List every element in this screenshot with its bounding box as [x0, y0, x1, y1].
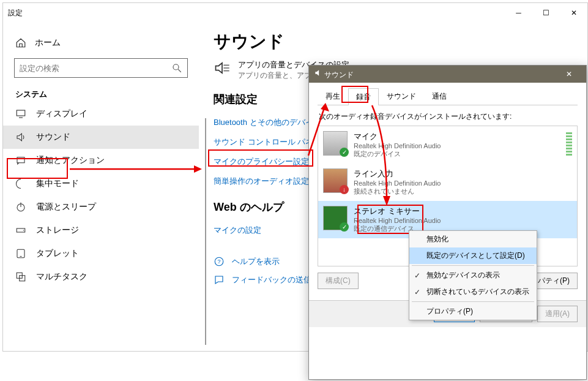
check-badge-icon: ✓ [340, 222, 349, 232]
focus-icon [15, 178, 26, 189]
context-menu: 無効化 既定のデバイスとして設定(D) ✓無効なデバイスの表示 ✓切断されている… [409, 230, 537, 320]
check-icon: ✓ [414, 288, 420, 296]
sidebar-label: 電源とスリープ [36, 202, 96, 213]
sidebar-item-sound[interactable]: サウンド [3, 126, 199, 149]
feedback-label: フィードバックの送信 [232, 274, 311, 285]
tab-communications[interactable]: 通信 [424, 88, 455, 105]
level-meter [566, 132, 572, 157]
sidebar-item-display[interactable]: ディスプレイ [3, 102, 199, 126]
annotation-arrow [366, 103, 403, 207]
svg-marker-22 [383, 196, 390, 206]
sound-dialog: サウンド ✕ 再生 録音 サウンド 通信 次のオーディオ録音デバイスがインストー… [308, 65, 587, 380]
ctx-show-disconnected[interactable]: ✓切断されているデバイスの表示 [409, 284, 537, 300]
down-badge-icon: ↓ [340, 185, 349, 194]
home-button[interactable]: ホーム [3, 32, 199, 53]
sound-dialog-title: サウンド [324, 70, 354, 79]
home-label: ホーム [35, 37, 61, 48]
sidebar-label: ディスプレイ [36, 108, 87, 119]
close-button[interactable]: ✕ [560, 3, 587, 23]
ctx-separator [412, 265, 534, 266]
search-box[interactable] [14, 58, 188, 78]
svg-line-20 [308, 108, 324, 156]
sound-dialog-close-button[interactable]: ✕ [557, 70, 581, 78]
help-icon: ? [214, 256, 225, 267]
maximize-button[interactable]: ☐ [532, 3, 560, 23]
home-icon [15, 37, 26, 48]
help-label: ヘルプを表示 [232, 256, 280, 267]
window-controls: ─ ☐ ✕ [505, 3, 587, 23]
sidebar-label: サウンド [36, 132, 70, 143]
device-name: ステレオ ミキサー [354, 206, 441, 217]
ctx-show-disabled[interactable]: ✓無効なデバイスの表示 [409, 267, 537, 284]
svg-marker-21 [321, 103, 329, 111]
settings-titlebar: 設定 ─ ☐ ✕ [3, 3, 587, 23]
device-driver: Realtek High Definition Audio [354, 217, 441, 224]
device-item-linein[interactable]: ↓ ライン入力 Realtek High Definition Audio 接続… [318, 164, 577, 201]
sidebar-item-tablet[interactable]: タブレット [3, 242, 199, 265]
display-icon [15, 108, 26, 119]
svg-text:?: ? [217, 258, 220, 265]
sidebar-label: タブレット [36, 248, 79, 259]
svg-marker-19 [194, 165, 202, 173]
ctx-separator [412, 301, 534, 302]
svg-point-0 [173, 64, 179, 70]
sidebar-label: マルチタスク [36, 271, 87, 282]
annotation-arrow [69, 163, 203, 175]
check-icon: ✓ [414, 271, 420, 280]
svg-rect-2 [17, 110, 25, 116]
sidebar-group-label: システム [3, 83, 199, 102]
sidebar-item-focus[interactable]: 集中モード [3, 172, 199, 195]
ctx-set-default[interactable]: 既定のデバイスとして設定(D) [409, 247, 537, 264]
ctx-properties[interactable]: プロパティ(P) [409, 303, 537, 320]
notification-icon [15, 155, 26, 166]
svg-line-1 [178, 69, 181, 72]
content-divider [205, 118, 206, 345]
tab-sound[interactable]: サウンド [379, 88, 424, 105]
sidebar-item-storage[interactable]: ストレージ [3, 219, 199, 242]
settings-title: 設定 [8, 8, 23, 18]
page-heading: サウンド [214, 30, 573, 53]
sound-icon [15, 132, 26, 143]
speaker-icon [314, 69, 322, 77]
sidebar-label: ストレージ [36, 225, 79, 236]
sidebar-item-multitask[interactable]: マルチタスク [3, 265, 199, 289]
sidebar: ホーム システム ディスプレイ サウンド 通知とアクション 集中モード [3, 23, 199, 351]
feedback-icon [214, 274, 225, 285]
multitask-icon [15, 271, 26, 282]
storage-icon [15, 225, 26, 236]
volume-mixer-icon [214, 59, 231, 77]
minimize-button[interactable]: ─ [505, 3, 532, 23]
ctx-disable[interactable]: 無効化 [409, 231, 537, 247]
annotation-arrow [306, 103, 343, 158]
sidebar-item-power[interactable]: 電源とスリープ [3, 195, 199, 219]
search-icon [171, 62, 182, 74]
configure-button[interactable]: 構成(C) [318, 273, 359, 289]
svg-point-8 [23, 230, 24, 231]
sound-dialog-titlebar: サウンド ✕ [309, 66, 586, 83]
linein-device-icon: ↓ [323, 168, 348, 193]
search-input[interactable] [20, 64, 171, 73]
sound-tabs: 再生 録音 サウンド 通信 [318, 88, 578, 105]
power-icon [15, 202, 26, 213]
device-item-mic[interactable]: ✓ マイク Realtek High Definition Audio 既定のデ… [318, 126, 577, 164]
tab-playback[interactable]: 再生 [318, 88, 348, 105]
tablet-icon [15, 248, 26, 259]
stereomix-device-icon: ✓ [323, 206, 348, 230]
sidebar-label: 集中モード [36, 178, 79, 189]
svg-rect-4 [17, 157, 24, 163]
apply-button[interactable]: 適用(A) [537, 306, 578, 322]
instruction-text: 次のオーディオ録音デバイスがインストールされています: [318, 105, 578, 126]
